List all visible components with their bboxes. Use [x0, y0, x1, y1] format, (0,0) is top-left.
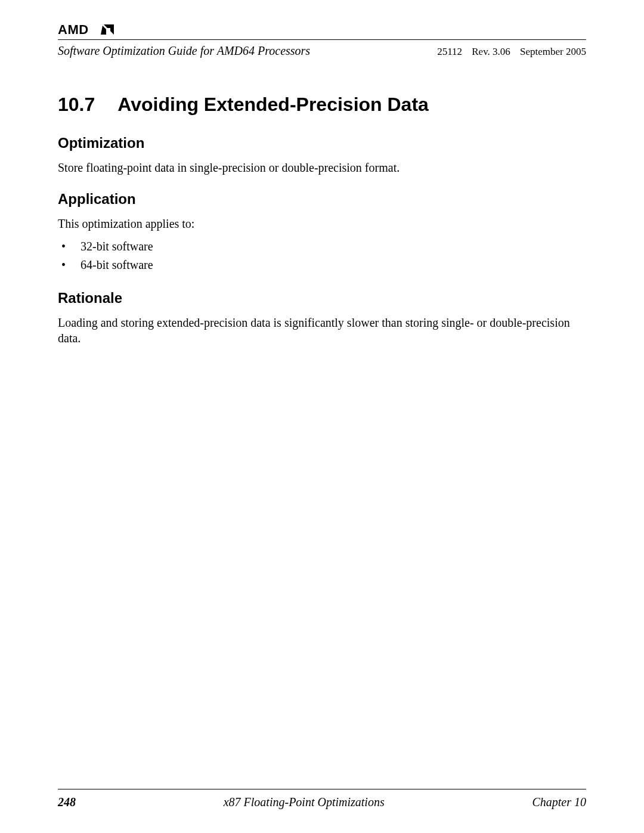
optimization-text: Store floating-point data in single-prec… [58, 160, 586, 175]
doc-rev: Rev. 3.06 [472, 46, 510, 57]
header-rule [58, 39, 586, 40]
header-line: Software Optimization Guide for AMD64 Pr… [58, 44, 586, 58]
page-content: 10.7Avoiding Extended-Precision Data Opt… [58, 58, 586, 789]
footer-chapter: Chapter 10 [532, 795, 586, 809]
section-heading-text: Avoiding Extended-Precision Data [117, 94, 429, 115]
sub-application-heading: Application [58, 191, 586, 208]
list-item: 64-bit software [58, 256, 586, 274]
page-header: AMD Software Optimization Guide for AMD6… [58, 23, 586, 58]
page-number: 248 [58, 795, 76, 809]
sub-optimization-heading: Optimization [58, 135, 586, 151]
doc-id: 25112 [437, 46, 462, 57]
doc-title: Software Optimization Guide for AMD64 Pr… [58, 44, 310, 58]
application-intro: This optimization applies to: [58, 216, 586, 231]
sub-rationale-heading: Rationale [58, 290, 586, 306]
doc-date: September 2005 [520, 46, 586, 57]
section-number: 10.7 [58, 94, 95, 116]
application-list: 32-bit software 64-bit software [58, 237, 586, 274]
section-title: 10.7Avoiding Extended-Precision Data [58, 94, 586, 116]
doc-meta: 25112 Rev. 3.06 September 2005 [430, 46, 586, 58]
list-item: 32-bit software [58, 237, 586, 256]
footer-title: x87 Floating-Point Optimizations [76, 795, 532, 809]
amd-logo: AMD [58, 23, 586, 37]
svg-text:AMD: AMD [58, 23, 89, 37]
page-footer: 248 x87 Floating-Point Optimizations Cha… [58, 789, 586, 809]
rationale-text: Loading and storing extended-precision d… [58, 315, 586, 346]
